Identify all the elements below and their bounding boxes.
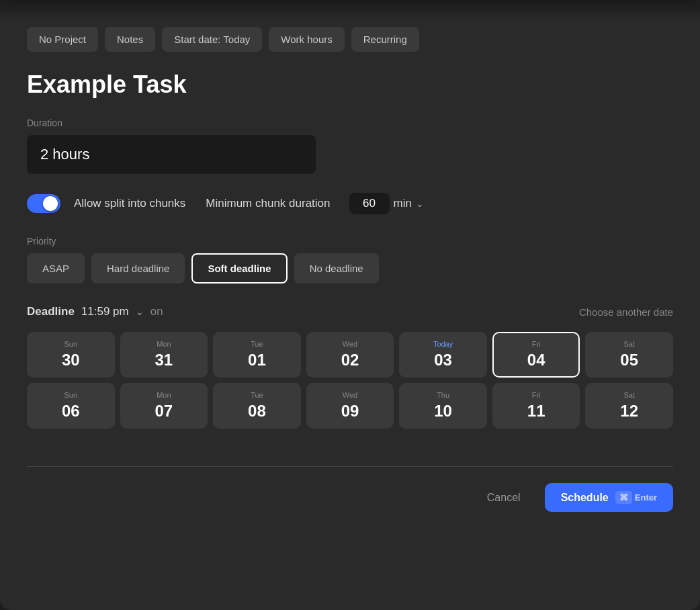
cal-cell-sun-30[interactable]: Sun 30 xyxy=(27,332,115,378)
chunk-unit: min xyxy=(394,197,412,210)
duration-input[interactable] xyxy=(27,135,316,174)
top-fade xyxy=(0,0,700,21)
cal-day-name: Mon xyxy=(157,340,171,348)
chunk-value-wrap: 60 min ⌄ xyxy=(349,193,424,214)
duration-label: Duration xyxy=(27,118,673,128)
priority-asap[interactable]: ASAP xyxy=(27,253,85,284)
cal-day-num: 30 xyxy=(62,351,80,369)
no-project-button[interactable]: No Project xyxy=(27,27,98,52)
deadline-time-chevron-icon[interactable]: ⌄ xyxy=(136,306,144,317)
cal-day-num: 04 xyxy=(527,351,545,369)
work-hours-button[interactable]: Work hours xyxy=(269,27,344,52)
chunk-value[interactable]: 60 xyxy=(349,193,390,214)
cal-day-name: Fri xyxy=(532,391,541,399)
cal-day-name: Tue xyxy=(251,340,263,348)
cal-day-num: 11 xyxy=(527,402,545,421)
cal-day-name: Sat xyxy=(623,391,635,399)
priority-buttons: ASAP Hard deadline Soft deadline No dead… xyxy=(27,253,673,284)
cal-cell-wed-09[interactable]: Wed 09 xyxy=(306,383,394,429)
cal-cell-sun-06[interactable]: Sun 06 xyxy=(27,383,115,429)
cal-day-num: 10 xyxy=(434,402,452,421)
cal-cell-sat-05[interactable]: Sat 05 xyxy=(585,332,673,378)
recurring-button[interactable]: Recurring xyxy=(351,27,419,52)
cal-day-num: 05 xyxy=(620,351,638,369)
cal-cell-mon-31[interactable]: Mon 31 xyxy=(120,332,208,378)
priority-soft-deadline[interactable]: Soft deadline xyxy=(191,253,287,284)
cal-cell-tue-08[interactable]: Tue 08 xyxy=(213,383,301,429)
deadline-section: Deadline 11:59 pm ⌄ on Choose another da… xyxy=(27,305,673,429)
cal-day-num: 07 xyxy=(155,402,173,421)
cal-day-num: 12 xyxy=(620,402,638,421)
cal-cell-mon-07[interactable]: Mon 07 xyxy=(120,383,208,429)
cal-day-name: Sun xyxy=(64,340,77,348)
deadline-time[interactable]: 11:59 pm xyxy=(81,305,129,318)
cal-cell-thu-10[interactable]: Thu 10 xyxy=(399,383,487,429)
enter-label: Enter xyxy=(635,492,657,503)
schedule-label: Schedule xyxy=(561,492,609,504)
priority-label: Priority xyxy=(27,236,673,247)
footer: Cancel Schedule ⌘ Enter xyxy=(27,483,673,512)
task-modal: No Project Notes Start date: Today Work … xyxy=(0,0,700,610)
split-toggle[interactable] xyxy=(27,194,60,213)
split-label: Allow split into chunks xyxy=(74,197,185,210)
deadline-on: on xyxy=(150,305,163,318)
calendar-row-1: Sun 30 Mon 31 Tue 01 Wed 02 Today 03 Fri… xyxy=(27,332,673,378)
toggle-thumb xyxy=(43,196,58,211)
cal-day-name: Mon xyxy=(157,391,171,399)
cal-day-name: Thu xyxy=(437,391,449,399)
notes-button[interactable]: Notes xyxy=(105,27,155,52)
cal-day-name: Wed xyxy=(343,391,357,399)
cal-day-name: Today xyxy=(433,340,453,348)
cmd-symbol: ⌘ xyxy=(615,491,632,504)
priority-section: Priority ASAP Hard deadline Soft deadlin… xyxy=(27,236,673,284)
cal-cell-today-03[interactable]: Today 03 xyxy=(399,332,487,378)
chunk-chevron-icon[interactable]: ⌄ xyxy=(416,198,424,209)
min-chunk-label: Minimum chunk duration xyxy=(206,197,330,210)
priority-no-deadline[interactable]: No deadline xyxy=(294,253,379,284)
task-title: Example Task xyxy=(27,71,673,99)
cal-day-name: Sun xyxy=(64,391,77,399)
cal-cell-wed-02[interactable]: Wed 02 xyxy=(306,332,394,378)
cal-cell-sat-12[interactable]: Sat 12 xyxy=(585,383,673,429)
cal-day-name: Wed xyxy=(343,340,357,348)
cal-day-name: Sat xyxy=(623,340,635,348)
cal-cell-fri-04[interactable]: Fri 04 xyxy=(492,332,580,378)
cal-day-num: 06 xyxy=(62,402,80,421)
cal-cell-fri-11[interactable]: Fri 11 xyxy=(492,383,580,429)
deadline-label: Deadline xyxy=(27,305,75,318)
schedule-button[interactable]: Schedule ⌘ Enter xyxy=(545,483,673,512)
deadline-row: Deadline 11:59 pm ⌄ on Choose another da… xyxy=(27,305,673,318)
deadline-left: Deadline 11:59 pm ⌄ on xyxy=(27,305,163,318)
priority-hard-deadline[interactable]: Hard deadline xyxy=(91,253,185,284)
keyboard-hint: ⌘ Enter xyxy=(615,491,657,504)
cal-day-name: Fri xyxy=(532,340,541,348)
cal-day-num: 08 xyxy=(248,402,266,421)
divider xyxy=(27,466,673,467)
choose-another-date[interactable]: Choose another date xyxy=(579,306,673,318)
cal-day-num: 01 xyxy=(248,351,266,369)
cal-day-num: 31 xyxy=(155,351,173,369)
cal-cell-tue-01[interactable]: Tue 01 xyxy=(213,332,301,378)
cal-day-num: 03 xyxy=(434,351,452,369)
cancel-button[interactable]: Cancel xyxy=(476,485,531,511)
toolbar: No Project Notes Start date: Today Work … xyxy=(27,27,673,52)
cal-day-name: Tue xyxy=(251,391,263,399)
cal-day-num: 09 xyxy=(341,402,359,421)
cal-day-num: 02 xyxy=(341,351,359,369)
split-row: Allow split into chunks Minimum chunk du… xyxy=(27,193,673,214)
calendar-row-2: Sun 06 Mon 07 Tue 08 Wed 09 Thu 10 Fri 1… xyxy=(27,383,673,429)
start-date-button[interactable]: Start date: Today xyxy=(162,27,262,52)
